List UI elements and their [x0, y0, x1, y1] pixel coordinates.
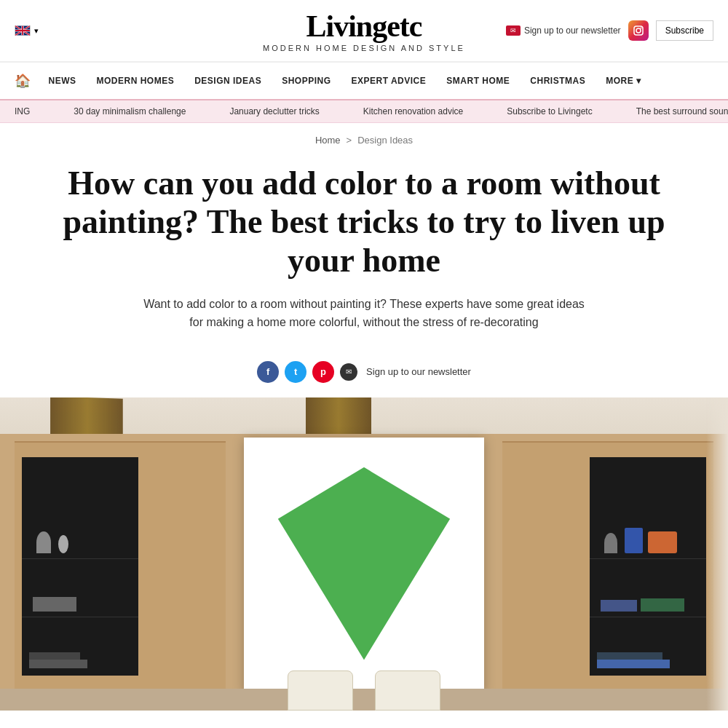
news-link[interactable]: NEWS [39, 66, 87, 96]
expert-advice-link[interactable]: EXPERT ADVICE [341, 66, 437, 96]
curtain-right [706, 397, 728, 711]
shelf-right [590, 457, 706, 676]
ticker-item-3[interactable]: Kitchen renovation advice [363, 106, 463, 116]
hero-image-inner [0, 397, 728, 711]
diamond-svg [269, 459, 459, 670]
email-icon: ✉ [506, 25, 521, 36]
more-link[interactable]: MORE ▾ [596, 66, 651, 96]
nav-item-news[interactable]: NEWS [39, 66, 87, 96]
svg-point-3 [640, 28, 641, 29]
shelf-left [22, 457, 138, 676]
artwork-content [262, 456, 466, 674]
svg-marker-4 [273, 463, 455, 667]
ticker-bar: ING 30 day minimalism challenge January … [0, 100, 728, 123]
ticker-item-0[interactable]: ING [15, 106, 30, 116]
ticker-item-2[interactable]: January declutter tricks [229, 106, 319, 116]
chair-left [288, 670, 353, 711]
christmas-link[interactable]: CHRISTMAS [520, 66, 596, 96]
pinterest-share-button[interactable]: p [312, 361, 334, 383]
nav-item-expert-advice[interactable]: EXPERT ADVICE [341, 66, 437, 96]
main-nav: 🏠 NEWS MODERN HOMES DESIGN IDEAS SHOPPIN… [0, 62, 728, 100]
newsletter-label: Sign up to our newsletter [524, 25, 621, 36]
design-ideas-link[interactable]: DESIGN IDEAS [184, 66, 272, 96]
article-header: How can you add color to a room without … [0, 157, 728, 361]
language-flag [15, 25, 31, 36]
breadcrumb-home[interactable]: Home [315, 135, 341, 146]
facebook-share-button[interactable]: f [257, 361, 279, 383]
newsletter-signup-label: Sign up to our newsletter [366, 366, 471, 377]
artwork-frame [244, 438, 484, 692]
nav-home[interactable]: 🏠 [7, 63, 39, 99]
article-title: How can you add color to a room without … [44, 165, 684, 280]
cabinet-left [15, 441, 226, 711]
hero-image [0, 397, 728, 711]
nav-item-smart-home[interactable]: SMART HOME [436, 66, 520, 96]
header-left: ▾ [15, 25, 39, 36]
logo-tagline: MODERN HOME DESIGN AND STYLE [263, 44, 465, 52]
nav-item-modern-homes[interactable]: MODERN HOMES [87, 66, 185, 96]
logo-text: Livingetc [263, 9, 465, 44]
header-right: ✉ Sign up to our newsletter Subscribe [506, 20, 713, 41]
modern-homes-link[interactable]: MODERN HOMES [87, 66, 185, 96]
nav-item-design-ideas[interactable]: DESIGN IDEAS [184, 66, 272, 96]
instagram-icon[interactable] [628, 20, 649, 41]
subscribe-button[interactable]: Subscribe [656, 20, 713, 41]
svg-point-2 [636, 28, 641, 33]
ticker-item-5[interactable]: The best surround sound s... [636, 106, 728, 116]
breadcrumb: Home > Design Ideas [0, 123, 728, 157]
social-bar: f t p ✉ Sign up to our newsletter [0, 361, 728, 383]
smart-home-link[interactable]: SMART HOME [436, 66, 520, 96]
language-selector[interactable]: ▾ [34, 26, 39, 36]
nav-item-christmas[interactable]: CHRISTMAS [520, 66, 596, 96]
twitter-share-button[interactable]: t [285, 361, 306, 383]
chair-right [375, 670, 440, 711]
ticker-content: ING 30 day minimalism challenge January … [0, 106, 728, 116]
shopping-link[interactable]: SHOPPING [272, 66, 341, 96]
ticker-item-4[interactable]: Subscribe to Livingetc [507, 106, 592, 116]
breadcrumb-current: Design Ideas [357, 135, 413, 146]
site-header: ▾ Livingetc MODERN HOME DESIGN AND STYLE… [0, 0, 728, 62]
cabinet-right [502, 441, 713, 711]
ticker-item-1[interactable]: 30 day minimalism challenge [74, 106, 186, 116]
newsletter-button[interactable]: ✉ Sign up to our newsletter [506, 25, 621, 36]
newsletter-signup[interactable]: Sign up to our newsletter [366, 366, 471, 377]
article-subtitle: Want to add color to a room without pain… [138, 295, 590, 332]
nav-item-shopping[interactable]: SHOPPING [272, 66, 341, 96]
chairs-area [255, 667, 473, 711]
nav-item-more[interactable]: MORE ▾ [596, 66, 651, 96]
breadcrumb-separator: > [347, 135, 352, 146]
home-link[interactable]: 🏠 [7, 63, 39, 99]
nav-list: 🏠 NEWS MODERN HOMES DESIGN IDEAS SHOPPIN… [7, 63, 721, 99]
site-logo: Livingetc MODERN HOME DESIGN AND STYLE [263, 9, 465, 52]
newsletter-signup-icon[interactable]: ✉ [340, 363, 357, 381]
